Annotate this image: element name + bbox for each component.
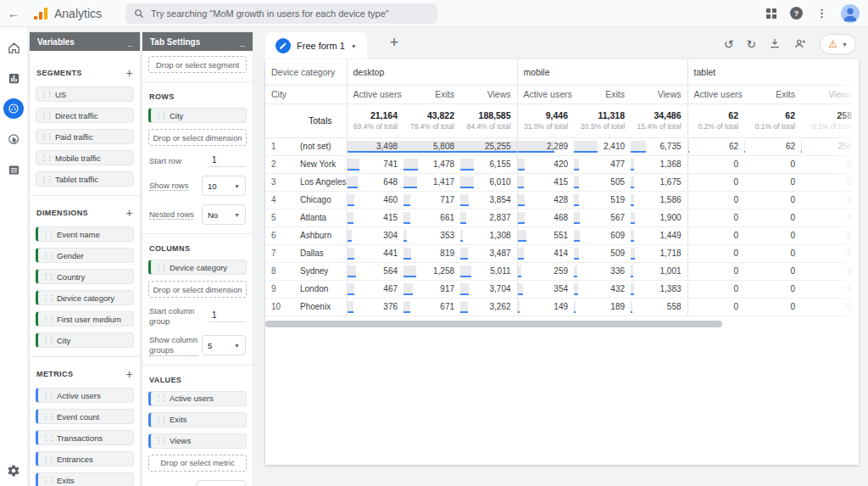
exploration-canvas: Free form 1 ▼ + ↺ ↻ ⚠ ▼ Device categoryd… <box>255 27 868 486</box>
chip-exits[interactable]: ⋮⋮Exits <box>148 412 247 427</box>
cell-bar <box>631 283 634 295</box>
add-dimension-icon[interactable]: + <box>125 206 133 220</box>
nav-reports-icon[interactable] <box>3 68 24 88</box>
chip-entrances[interactable]: ⋮⋮Entrances <box>36 451 134 466</box>
chevron-down-icon: ▼ <box>234 212 240 218</box>
nav-explore-icon[interactable] <box>3 98 24 119</box>
show-column-groups-select[interactable]: 5 ▼ <box>202 335 246 355</box>
group-header-mobile: mobile <box>517 59 687 85</box>
tab-chevron-down-icon[interactable]: ▼ <box>351 43 357 49</box>
back-arrow-icon[interactable]: ← <box>0 7 27 20</box>
metric-header-mobile-active-users: Active users <box>517 85 574 103</box>
search-input[interactable]: Try searching "MoM growth in users for e… <box>125 3 437 24</box>
columns-drop-zone[interactable]: Drop or select dimension <box>148 281 247 298</box>
undo-icon[interactable]: ↺ <box>724 38 734 50</box>
minimize-variables-icon[interactable]: _ <box>127 37 132 47</box>
segment-drop-zone[interactable]: Drop or select segment <box>148 56 247 73</box>
table-row: 9London4679173,7043544321,383000 <box>265 280 858 298</box>
chip-country[interactable]: ⋮⋮Country <box>36 269 134 284</box>
cell-bar <box>574 248 579 260</box>
value-cell: 336 <box>574 262 631 280</box>
start-row-input[interactable]: 1 <box>209 154 246 167</box>
chip-us[interactable]: ⋮⋮US <box>36 87 134 102</box>
chip-device-category[interactable]: ⋮⋮Device category <box>36 290 134 305</box>
chip-active-users[interactable]: ⋮⋮Active users <box>36 388 134 403</box>
row-dimension-header: City <box>265 85 347 103</box>
variables-title: Variables <box>37 37 75 47</box>
chip-first-user-medium[interactable]: ⋮⋮First user medium <box>36 311 134 327</box>
table-row: 1(not set)3,4985,80825,2552,2892,4106,73… <box>265 137 858 155</box>
workspace-background: Variables _ SEGMENTS + ⋮⋮US⋮⋮Direct traf… <box>27 27 868 486</box>
nav-home-icon[interactable] <box>3 37 24 58</box>
value-cell: 1,368 <box>631 155 687 173</box>
start-column-group-input[interactable]: 1 <box>209 310 246 322</box>
rows-drop-zone[interactable]: Drop or select dimension <box>148 129 247 146</box>
tab-free-form[interactable]: Free form 1 ▼ <box>265 32 367 59</box>
row-index: 9 <box>265 280 294 298</box>
chip-exits[interactable]: ⋮⋮Exits <box>36 472 134 486</box>
values-label: VALUES <box>149 376 181 384</box>
metrics-chip-list: ⋮⋮Active users⋮⋮Event count⋮⋮Transaction… <box>36 388 134 486</box>
add-tab-button[interactable]: + <box>382 34 406 52</box>
show-column-groups-label: Show column groups <box>149 335 198 356</box>
chip-transactions[interactable]: ⋮⋮Transactions <box>36 430 134 445</box>
table-row: 8Sydney5641,2585,0112593361,001000 <box>265 262 858 280</box>
chip-city[interactable]: ⋮⋮City <box>148 108 247 123</box>
chip-tablet-traffic[interactable]: ⋮⋮Tablet traffic <box>36 171 134 187</box>
nav-settings-gear-icon[interactable] <box>0 464 27 478</box>
warning-icon: ⚠ <box>828 38 837 50</box>
cell-bar <box>631 301 632 313</box>
table-row: 4Chicago4607173,8544285191,586000 <box>265 191 858 209</box>
nested-rows-select[interactable]: No ▼ <box>202 204 246 225</box>
chip-event-count[interactable]: ⋮⋮Event count <box>36 409 134 424</box>
chip-city[interactable]: ⋮⋮City <box>36 332 134 348</box>
chip-direct-traffic[interactable]: ⋮⋮Direct traffic <box>36 108 134 123</box>
chip-gender[interactable]: ⋮⋮Gender <box>36 248 134 263</box>
cell-bar <box>574 283 578 295</box>
cell-bar <box>631 159 634 170</box>
values-drop-zone[interactable]: Drop or select metric <box>148 455 247 472</box>
metrics-label: METRICS <box>36 370 73 378</box>
nav-library-icon[interactable] <box>3 159 24 180</box>
avatar[interactable] <box>841 4 860 23</box>
drag-handle-icon: ⋮⋮ <box>41 112 52 120</box>
apps-grid-icon[interactable] <box>766 8 776 19</box>
download-icon[interactable] <box>769 37 781 51</box>
nav-advertising-icon[interactable] <box>3 129 24 149</box>
warning-dropdown-button[interactable]: ⚠ ▼ <box>820 34 856 54</box>
redo-icon[interactable]: ↻ <box>747 38 757 50</box>
tab-settings-panel-header: Tab Settings _ <box>142 32 253 51</box>
drag-handle-icon: ⋮⋮ <box>155 394 166 402</box>
horizontal-scrollbar-thumb[interactable] <box>265 321 722 327</box>
chip-event-name[interactable]: ⋮⋮Event name <box>36 226 134 242</box>
share-users-icon[interactable] <box>793 37 807 52</box>
search-icon <box>134 8 144 19</box>
row-index: 6 <box>265 226 294 244</box>
value-cell: 1,449 <box>631 226 687 244</box>
cell-bar <box>518 283 524 295</box>
value-cell: 0 <box>744 209 801 226</box>
table-row: 10Phoenix3766713,262149189558000 <box>265 298 858 316</box>
cell-type-select[interactable]: Bar ch... ▼ <box>197 480 246 486</box>
show-rows-select[interactable]: 10 ▼ <box>202 176 246 196</box>
cell-bar <box>518 301 520 313</box>
chip-views[interactable]: ⋮⋮Views <box>148 433 247 449</box>
chip-paid-traffic[interactable]: ⋮⋮Paid traffic <box>36 129 134 144</box>
chip-active-users[interactable]: ⋮⋮Active users <box>148 391 247 406</box>
value-cell: 661 <box>403 209 460 226</box>
value-cell: 5,808 <box>403 137 460 155</box>
chip-mobile-traffic[interactable]: ⋮⋮Mobile traffic <box>36 150 134 165</box>
more-options-icon[interactable]: ⋮ <box>816 7 827 20</box>
start-row-label: Start row <box>149 156 181 166</box>
help-icon[interactable]: ? <box>790 7 803 20</box>
chip-device-category[interactable]: ⋮⋮Device category <box>148 260 247 275</box>
minimize-tab-settings-icon[interactable]: _ <box>240 37 245 47</box>
drag-handle-icon: ⋮⋮ <box>41 154 52 162</box>
value-cell: 1,900 <box>631 209 687 226</box>
tab-settings-title: Tab Settings <box>150 37 200 47</box>
add-segment-icon[interactable]: + <box>125 66 133 80</box>
table-row: 2New York7411,4786,1554204771,368000 <box>265 155 858 173</box>
divider <box>142 81 253 82</box>
value-cell: 3,498 <box>347 137 403 155</box>
add-metric-icon[interactable]: + <box>125 367 133 381</box>
